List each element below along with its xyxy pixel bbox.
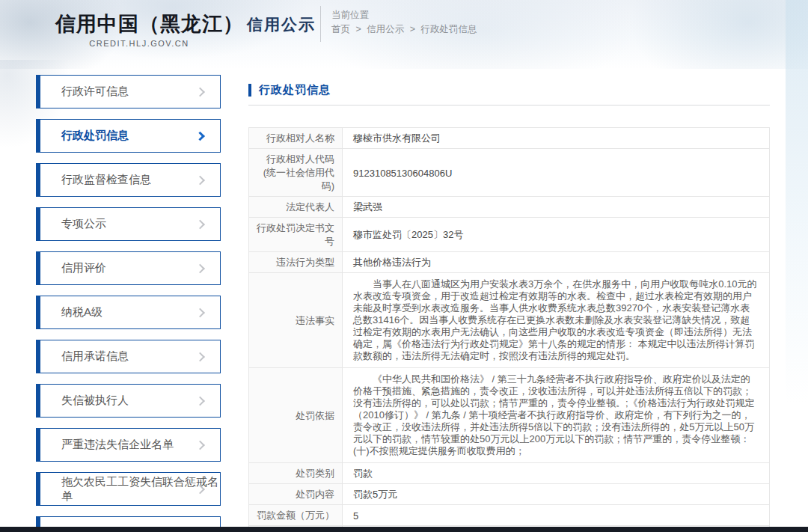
- title-accent-bar: [248, 84, 251, 97]
- sidebar-item-label: 失信被执行人: [61, 394, 129, 408]
- sidebar-item-tax-grade-a[interactable]: 纳税A级: [36, 296, 221, 329]
- sidebar-item-label: 信用评价: [61, 261, 106, 275]
- sidebar-item-label: 专项公示: [61, 217, 106, 231]
- breadcrumb-credit-publicity[interactable]: 信用公示: [367, 24, 404, 34]
- sidebar-item-admin-license[interactable]: 行政许可信息: [36, 75, 221, 108]
- bottom-bar: [0, 527, 808, 532]
- breadcrumb-home[interactable]: 首页: [331, 24, 350, 34]
- sidebar-item-label: 行政监督检查信息: [61, 173, 151, 187]
- chevron-right-icon: [195, 263, 205, 273]
- sidebar-item-special-publicity[interactable]: 专项公示: [36, 207, 221, 241]
- table-row: 违法行为类型 其他价格违法行为: [249, 252, 769, 273]
- chevron-right-icon: [195, 175, 205, 185]
- row-value: 罚款5万元: [343, 484, 769, 504]
- sidebar-item-credit-commitment[interactable]: 信用承诺信息: [36, 340, 221, 373]
- breadcrumb-current: 行政处罚信息: [421, 24, 477, 34]
- penalty-detail-table: 行政相对人名称 穆棱市供水有限公司 行政相对人代码(统一社会信用代码) 9123…: [248, 127, 770, 532]
- page-title: 行政处罚信息: [259, 83, 331, 97]
- row-label: 行政相对人名称: [249, 128, 343, 148]
- breadcrumb-separator: >: [355, 24, 361, 34]
- table-row: 行政相对人代码(统一社会信用代码) 91231085130604806U: [249, 149, 769, 197]
- chevron-right-icon: [195, 308, 205, 317]
- table-row: 行政相对人名称 穆棱市供水有限公司: [249, 128, 769, 149]
- row-label: 处罚类别: [249, 463, 343, 483]
- sidebar-item-credit-evaluation[interactable]: 信用评价: [36, 251, 221, 285]
- row-label: 行政相对人代码(统一社会信用代码): [249, 149, 343, 196]
- title-divider: [248, 105, 770, 106]
- breadcrumb-label: 当前位置: [331, 8, 477, 22]
- row-label: 处罚依据: [249, 368, 343, 462]
- chevron-right-icon: [195, 131, 205, 141]
- table-row: 法定代表人 梁武强: [249, 197, 769, 218]
- row-value: 91231085130604806U: [343, 149, 769, 196]
- sidebar-item-serious-illegal-list[interactable]: 严重违法失信企业名单: [36, 428, 221, 462]
- sidebar-item-admin-supervision[interactable]: 行政监督检查信息: [36, 163, 221, 197]
- breadcrumb: 当前位置 首页 > 信用公示 > 行政处罚信息: [331, 8, 477, 37]
- sidebar-item-wage-arrears-list[interactable]: 拖欠农民工工资失信联合惩戒名单: [36, 472, 221, 506]
- breadcrumb-path: 首页 > 信用公示 > 行政处罚信息: [331, 22, 477, 37]
- table-row: 罚款金额（万元） 5: [249, 505, 769, 526]
- chevron-right-icon: [195, 440, 205, 450]
- chevron-right-icon: [195, 87, 205, 97]
- row-value: 梁武强: [343, 197, 769, 217]
- table-row: 行政处罚决定书文号 穆市监处罚〔2025〕32号: [249, 218, 769, 252]
- row-label: 违法事实: [249, 273, 343, 367]
- sidebar-item-label: 行政许可信息: [61, 85, 129, 99]
- table-row-facts: 违法事实 当事人在八面通城区为用户安装水表3万余个，在供水服务中，向用户收取每吨…: [249, 273, 769, 368]
- breadcrumb-separator: >: [410, 24, 415, 34]
- sidebar-item-dishonest-executee[interactable]: 失信被执行人: [36, 384, 221, 418]
- row-value: 其他价格违法行为: [343, 252, 769, 272]
- row-value: 罚款: [343, 463, 769, 483]
- row-value: 穆市监处罚〔2025〕32号: [343, 218, 769, 251]
- table-row: 处罚内容 罚款5万元: [249, 484, 769, 505]
- site-title: 信用中国（黑龙江）: [55, 10, 244, 37]
- row-value: 穆棱市供水有限公司: [343, 128, 769, 148]
- row-label: 行政处罚决定书文号: [249, 218, 343, 251]
- row-value: 《中华人民共和国价格法》 / 第三十九条经营者不执行政府指导价、政府定价以及法定…: [343, 368, 769, 462]
- table-row: 处罚类别 罚款: [249, 463, 769, 484]
- section-title: 信用公示: [247, 14, 316, 35]
- sidebar-nav: 行政许可信息 行政处罚信息 行政监督检查信息 专项公示 信用评价 纳税A级 信用…: [36, 75, 221, 532]
- row-label: 罚款金额（万元）: [249, 505, 343, 525]
- sidebar-item-label: 信用承诺信息: [61, 349, 129, 364]
- sidebar-item-label: 严重违法失信企业名单: [61, 438, 174, 452]
- sidebar-item-label: 行政处罚信息: [61, 129, 129, 143]
- site-domain: CREDIT.HLJ.GOV.CN: [57, 39, 221, 48]
- chevron-right-icon: [195, 396, 205, 406]
- row-value: 5: [343, 505, 769, 525]
- row-value: 当事人在八面通城区为用户安装水表3万余个，在供水服务中，向用户收取每吨水0.10…: [343, 273, 769, 367]
- chevron-right-icon: [195, 352, 205, 361]
- sidebar-item-label: 纳税A级: [61, 305, 102, 319]
- row-label: 处罚内容: [249, 484, 343, 504]
- table-row-basis: 处罚依据 《中华人民共和国价格法》 / 第三十九条经营者不执行政府指导价、政府定…: [249, 368, 769, 463]
- row-label: 法定代表人: [249, 197, 343, 217]
- header-divider: [320, 6, 321, 42]
- chevron-right-icon: [195, 219, 205, 229]
- row-label: 违法行为类型: [249, 252, 343, 272]
- sidebar-item-admin-penalty[interactable]: 行政处罚信息: [36, 119, 221, 153]
